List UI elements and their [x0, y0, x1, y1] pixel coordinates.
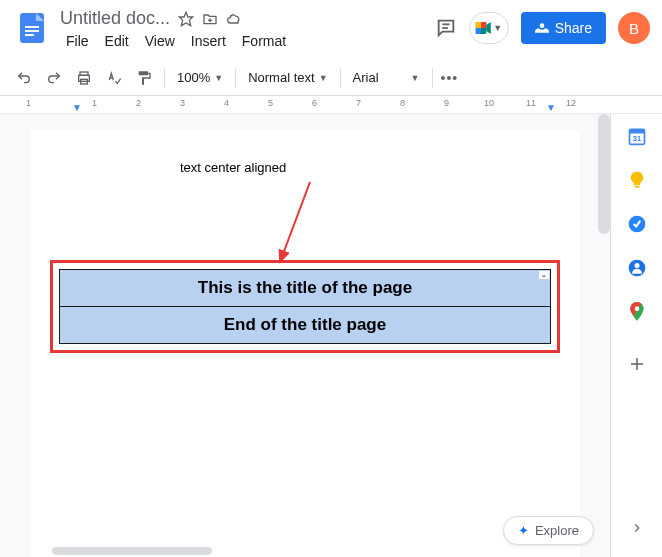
menu-bar: File Edit View Insert Format — [60, 31, 435, 51]
document-area[interactable]: text center aligned This is the title of… — [0, 114, 610, 557]
indent-marker[interactable]: ▼ — [72, 102, 82, 113]
maps-icon[interactable] — [627, 302, 647, 322]
keep-icon[interactable] — [627, 170, 647, 190]
svg-rect-3 — [25, 34, 34, 36]
svg-line-15 — [280, 182, 310, 262]
spellcheck-icon[interactable] — [102, 66, 126, 90]
divider — [340, 68, 341, 88]
svg-rect-2 — [25, 30, 39, 32]
print-icon[interactable] — [72, 66, 96, 90]
side-panel: 31 — [610, 114, 662, 557]
menu-format[interactable]: Format — [236, 31, 292, 51]
meet-button[interactable]: ▼ — [469, 12, 509, 44]
collapse-panel-icon[interactable] — [630, 521, 644, 539]
comments-icon[interactable] — [435, 17, 457, 39]
add-icon[interactable] — [627, 354, 647, 374]
zoom-select[interactable]: 100%▼ — [173, 68, 227, 87]
svg-rect-9 — [476, 28, 481, 34]
explore-icon: ✦ — [518, 523, 529, 538]
explore-label: Explore — [535, 523, 579, 538]
menu-edit[interactable]: Edit — [99, 31, 135, 51]
contacts-icon[interactable] — [627, 258, 647, 278]
divider — [432, 68, 433, 88]
menu-insert[interactable]: Insert — [185, 31, 232, 51]
style-select[interactable]: Normal text▼ — [244, 68, 331, 87]
svg-rect-1 — [25, 26, 39, 28]
annotation-arrow — [270, 180, 330, 270]
redo-icon[interactable] — [42, 66, 66, 90]
share-label: Share — [555, 20, 592, 36]
ruler[interactable]: 1 ▼ 1 2 3 4 5 6 7 8 9 10 11 ▼ 12 — [0, 96, 662, 114]
menu-file[interactable]: File — [60, 31, 95, 51]
font-select[interactable]: Arial▼ — [349, 68, 424, 87]
format-paint-icon[interactable] — [132, 66, 156, 90]
svg-rect-17 — [629, 129, 644, 133]
avatar[interactable]: B — [618, 12, 650, 44]
explore-button[interactable]: ✦ Explore — [503, 516, 594, 545]
star-icon[interactable] — [178, 11, 194, 27]
svg-marker-4 — [179, 12, 192, 25]
document-title[interactable]: Untitled doc... — [60, 8, 170, 29]
svg-rect-8 — [476, 22, 481, 28]
move-icon[interactable] — [202, 11, 218, 27]
indent-marker[interactable]: ▼ — [546, 102, 556, 113]
chevron-down-icon: ▼ — [493, 23, 502, 33]
cell-menu-icon[interactable]: ⌄ — [539, 271, 549, 279]
tasks-icon[interactable] — [627, 214, 647, 234]
svg-point-23 — [634, 306, 639, 311]
scrollbar-horizontal[interactable] — [52, 547, 212, 555]
svg-rect-19 — [634, 186, 639, 188]
svg-text:31: 31 — [632, 134, 640, 143]
table-cell[interactable]: End of the title page — [60, 307, 551, 344]
share-button[interactable]: Share — [521, 12, 606, 44]
divider — [164, 68, 165, 88]
divider — [235, 68, 236, 88]
toolbar: 100%▼ Normal text▼ Arial▼ ••• — [0, 60, 662, 96]
content-table[interactable]: This is the title of the page⌄ End of th… — [59, 269, 551, 344]
svg-rect-10 — [481, 22, 486, 28]
annotation-text: text center aligned — [180, 160, 286, 175]
cloud-icon[interactable] — [226, 11, 242, 27]
undo-icon[interactable] — [12, 66, 36, 90]
calendar-icon[interactable]: 31 — [627, 126, 647, 146]
page[interactable]: text center aligned This is the title of… — [30, 130, 580, 557]
highlight-box: This is the title of the page⌄ End of th… — [50, 260, 560, 353]
svg-point-22 — [634, 263, 639, 268]
table-cell[interactable]: This is the title of the page⌄ — [60, 270, 551, 307]
more-icon[interactable]: ••• — [441, 70, 459, 86]
scrollbar-vertical[interactable] — [598, 114, 610, 234]
menu-view[interactable]: View — [139, 31, 181, 51]
docs-logo[interactable] — [12, 8, 52, 48]
